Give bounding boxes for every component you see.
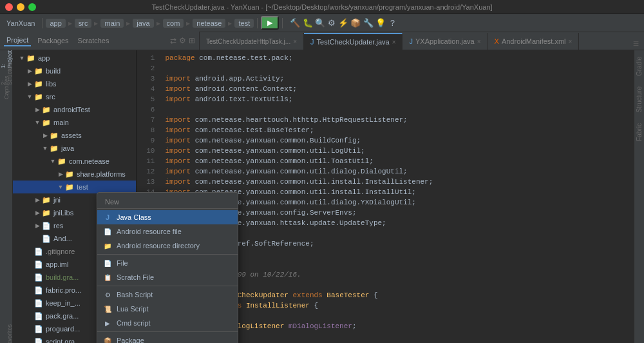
tree-item-libs[interactable]: ▶ 📁 libs bbox=[13, 77, 136, 90]
right-tab-fabric[interactable]: Fabric bbox=[634, 119, 644, 145]
tab-label-2: YXApplication.java bbox=[415, 37, 475, 45]
tree-item-app[interactable]: ▼ 📁 app bbox=[13, 52, 136, 64]
menu-icon-scratch: 📋 bbox=[102, 272, 113, 282]
tree-item-test[interactable]: ▼ 📁 test bbox=[13, 181, 136, 193]
toolbar-netease[interactable]: netease bbox=[193, 19, 225, 28]
tree-label-buildgra: build.gra... bbox=[46, 273, 79, 281]
minimize-button[interactable] bbox=[17, 3, 24, 11]
tab-close-3[interactable]: × bbox=[477, 38, 481, 45]
panel-tab-scratches[interactable]: Scratches bbox=[75, 35, 112, 46]
menu-item-android-resource-dir[interactable]: 📁 Android resource directory bbox=[97, 239, 238, 253]
toolbar-icons[interactable]: 🔨 🐛 🔍 ⚙ ⚡ 📦 🔧 💡 ？ bbox=[286, 16, 401, 30]
tree-item-com-netease[interactable]: ▼ 📁 com.netease bbox=[13, 155, 136, 168]
toolbar-yanxuan[interactable]: YanXuan bbox=[3, 16, 39, 30]
toolbar-test[interactable]: test bbox=[234, 19, 254, 28]
menu-label-android-resource-dir: Android resource directory bbox=[117, 242, 200, 250]
menu-icon-package: 📦 bbox=[102, 335, 113, 343]
tree-item-share-platforms[interactable]: ▶ 📁 share.platforms bbox=[13, 168, 136, 181]
tree-label-gitignore: .gitignore bbox=[46, 248, 75, 255]
maximize-button[interactable] bbox=[28, 3, 36, 11]
menu-item-lua-script[interactable]: 📜 Lua Script bbox=[97, 302, 238, 316]
tree-icon-jnilibs: 📁 bbox=[41, 208, 52, 218]
tab-testupdater[interactable]: J TestCheckUpdater.java × bbox=[304, 33, 402, 50]
collapse-icon[interactable]: ≡ bbox=[628, 38, 644, 50]
panel-tab-packages[interactable]: Packages bbox=[35, 35, 71, 46]
tab-close-1[interactable]: × bbox=[293, 38, 297, 45]
panel-tab-project[interactable]: Project bbox=[4, 35, 31, 46]
tree-icon-proguard: 📄 bbox=[33, 324, 44, 334]
right-tab-structure[interactable]: Structure bbox=[634, 83, 644, 117]
tree-item-main[interactable]: ▼ 📁 main bbox=[13, 116, 136, 129]
menu-item-cmd-script[interactable]: ▶ Cmd script bbox=[97, 316, 238, 330]
tree-arrow-app: ▼ bbox=[18, 55, 26, 61]
tree-icon-appiml: 📄 bbox=[33, 259, 44, 270]
toolbar-src[interactable]: src bbox=[75, 19, 92, 28]
menu-label-scratch: Scratch File bbox=[117, 273, 154, 281]
tab-manifest[interactable]: X AndroidManifest.xml × bbox=[488, 33, 580, 50]
toolbar-com[interactable]: com bbox=[163, 19, 184, 28]
tab-label-3: AndroidManifest.xml bbox=[502, 37, 566, 45]
menu-item-package[interactable]: 📦 Package bbox=[97, 333, 238, 343]
toolbar-sep-1 bbox=[42, 18, 43, 28]
project-panel: ▼ 📁 app ▶ 📁 build ▶ 📁 libs bbox=[13, 50, 137, 343]
left-sidebar: 1: Project 2: Structure Captures 2: Favo… bbox=[0, 50, 13, 343]
tree-label-keepin: keep_in_... bbox=[46, 299, 80, 307]
tree-label-build: build bbox=[46, 67, 61, 75]
tree-arrow-share: ▶ bbox=[57, 171, 64, 177]
tree-arrow-libs: ▶ bbox=[26, 81, 33, 87]
tree-label-jni: jni bbox=[53, 196, 61, 204]
tree-icon-build: 📁 bbox=[33, 66, 44, 76]
tree-icon-share: 📁 bbox=[64, 169, 75, 179]
menu-item-file[interactable]: 📄 File bbox=[97, 256, 238, 270]
tree-item-src[interactable]: ▼ 📁 src bbox=[13, 90, 136, 103]
tree-icon-src: 📁 bbox=[33, 92, 44, 102]
tree-icon-main: 📁 bbox=[41, 117, 52, 128]
tree-label-libs: libs bbox=[46, 80, 57, 88]
menu-item-bash-script[interactable]: ⚙ Bash Script bbox=[97, 288, 238, 302]
menu-label-cmd: Cmd script bbox=[117, 319, 151, 327]
run-button[interactable]: ▶ bbox=[261, 16, 279, 30]
tree-icon-scriptgra: 📄 bbox=[33, 337, 44, 343]
title-bar: TestCheckUpdater.java - YanXuan - [~/Des… bbox=[0, 0, 644, 14]
tree-item-build[interactable]: ▶ 📁 build bbox=[13, 64, 136, 77]
panel-sync-icon[interactable]: ⇄ bbox=[170, 36, 176, 45]
right-tab-gradle[interactable]: Gradle bbox=[634, 53, 644, 80]
tree-arrow-jni: ▶ bbox=[33, 197, 41, 203]
menu-item-java-class[interactable]: J Java Class bbox=[97, 210, 238, 224]
sidebar-captures-icon[interactable]: Captures bbox=[0, 81, 13, 94]
tree-arrow-assets: ▶ bbox=[41, 132, 49, 139]
tree-label-res: res bbox=[53, 222, 63, 230]
toolbar-app[interactable]: app bbox=[46, 19, 65, 28]
close-button[interactable] bbox=[5, 3, 13, 11]
panel-expand-icon[interactable]: ⊞ bbox=[189, 36, 195, 45]
panel-settings-icon[interactable]: ⚙ bbox=[179, 36, 186, 45]
tree-arrow-test: ▼ bbox=[57, 184, 64, 190]
toolbar: YanXuan app ▸ src ▸ main ▸ java ▸ com ▸ … bbox=[0, 14, 644, 32]
tree-arrow-src: ▼ bbox=[26, 93, 33, 100]
tab-testcheck[interactable]: TestCheckUpdateHttpTask.j... × bbox=[200, 33, 304, 50]
tree-icon-libs: 📁 bbox=[33, 79, 44, 89]
menu-icon-file: 📄 bbox=[102, 258, 113, 268]
tab-close-4[interactable]: × bbox=[569, 38, 573, 45]
tree-item-java[interactable]: ▼ 📁 java bbox=[13, 142, 136, 155]
sidebar-favorites-icon[interactable]: 2: Favorites bbox=[0, 330, 13, 343]
right-sidebar: Gradle Structure Fabric bbox=[634, 50, 644, 343]
toolbar-main[interactable]: main bbox=[100, 19, 124, 28]
context-menu: New J Java Class 📄 Android resource file… bbox=[97, 192, 238, 343]
tree-label-share: share.platforms bbox=[77, 170, 126, 178]
tree-label-jnilibs: jniLibs bbox=[53, 209, 73, 217]
tree-label-app: app bbox=[38, 54, 50, 62]
tab-yxapplication[interactable]: J YXApplication.java × bbox=[402, 33, 488, 50]
toolbar-java[interactable]: java bbox=[133, 19, 153, 28]
tree-icon-fabricpro: 📄 bbox=[33, 285, 44, 295]
menu-item-scratch-file[interactable]: 📋 Scratch File bbox=[97, 270, 238, 284]
tab-icon-xml: X bbox=[495, 37, 499, 45]
menu-icon-java-class: J bbox=[102, 212, 113, 222]
tree-item-androidtest[interactable]: ▶ 📁 androidTest bbox=[13, 103, 136, 116]
tree-icon-app: 📁 bbox=[26, 53, 36, 63]
menu-item-android-resource-file[interactable]: 📄 Android resource file bbox=[97, 224, 238, 239]
menu-icon-bash: ⚙ bbox=[102, 289, 113, 300]
tree-item-assets[interactable]: ▶ 📁 assets bbox=[13, 129, 136, 142]
tab-icon-java: J bbox=[310, 38, 314, 46]
tab-close-2[interactable]: × bbox=[392, 39, 396, 46]
